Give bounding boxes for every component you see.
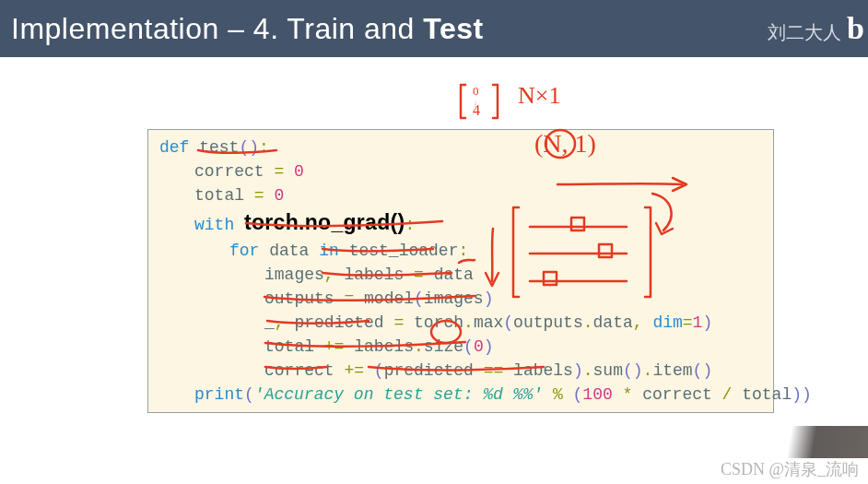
author-name: 刘二大人 <box>768 20 841 45</box>
code-line-9: total += labels.size(0) <box>264 335 762 359</box>
code-line-6: images, labels = data <box>264 263 762 287</box>
code-line-10: correct += (predicted == labels).sum().i… <box>264 359 762 383</box>
code-line-4: with torch.no_grad(): <box>194 207 762 238</box>
code-line-5: for data in test_loader: <box>229 239 762 263</box>
code-block: def test(): correct = 0 total = 0 with t… <box>147 129 774 413</box>
code-line-11: print('Accuracy on test set: %d %%' % (1… <box>194 383 762 407</box>
title-prefix: Implementation – 4. Train and <box>11 12 423 45</box>
highlight-no-grad: torch.no_grad() <box>244 210 405 234</box>
code-line-7: outputs = model(images) <box>264 287 762 311</box>
slide-body: def test(): correct = 0 total = 0 with t… <box>0 57 868 484</box>
code-line-3: total = 0 <box>194 183 762 207</box>
code-line-2: correct = 0 <box>194 159 762 183</box>
code-line-8: _, predicted = torch.max(outputs.data, d… <box>264 311 762 335</box>
lecturer-shape <box>748 426 868 458</box>
slide-title: Implementation – 4. Train and Test <box>11 12 484 46</box>
author-block: 刘二大人 b <box>768 11 864 46</box>
watermark: CSDN @清泉_流响 <box>721 458 859 480</box>
slide-header: Implementation – 4. Train and Test 刘二大人 … <box>0 0 868 57</box>
title-bold: Test <box>423 12 483 45</box>
bilibili-logo: b <box>847 11 864 46</box>
code-line-1: def test(): <box>159 136 762 159</box>
